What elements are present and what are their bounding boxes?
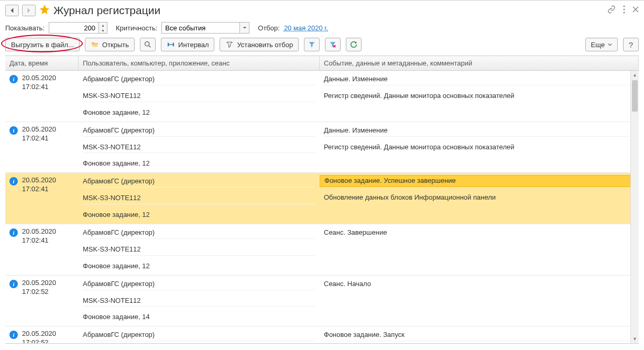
selection-label: Отбор: bbox=[258, 24, 280, 32]
vertical-scrollbar[interactable]: ▲ ▼ bbox=[630, 71, 639, 343]
arrow-left-icon bbox=[9, 7, 15, 14]
scroll-thumb[interactable] bbox=[632, 80, 638, 112]
event-line: Регистр сведений. Данные монитора основн… bbox=[324, 91, 635, 102]
chevron-down-icon bbox=[608, 42, 612, 47]
cell-event: Данные. ИзменениеРегистр сведений. Данны… bbox=[320, 74, 639, 118]
user-line: АбрамовГС (директор) bbox=[83, 330, 315, 341]
magnifier-button[interactable] bbox=[140, 38, 156, 51]
log-table: Дата, время Пользователь, компьютер, при… bbox=[5, 56, 639, 344]
open-button[interactable]: Открыть bbox=[85, 38, 135, 51]
user-line: Фоновое задание, 14 bbox=[83, 312, 315, 323]
scroll-down-arrow[interactable]: ▼ bbox=[631, 335, 639, 343]
funnel-icon bbox=[308, 40, 316, 49]
cell-user: АбрамовГС (директор)MSK-S3-NOTE112Фоново… bbox=[79, 279, 320, 323]
table-header: Дата, время Пользователь, компьютер, при… bbox=[5, 56, 639, 71]
info-icon: i bbox=[9, 177, 18, 185]
event-line: Фоновое задание. Успешное завершение bbox=[320, 175, 639, 187]
user-line: Фоновое задание, 12 bbox=[83, 210, 315, 221]
row-date: 20.05.2020 bbox=[22, 227, 56, 236]
filter-by-value-button[interactable] bbox=[304, 38, 320, 51]
nav-forward-button[interactable] bbox=[22, 5, 36, 16]
table-row[interactable]: i20.05.202017:02:41АбрамовГС (директор)M… bbox=[5, 173, 639, 224]
row-time: 17:02:41 bbox=[22, 83, 56, 92]
show-count-spinner[interactable]: ▲▼ bbox=[99, 22, 107, 34]
severity-dropdown-button[interactable] bbox=[240, 22, 249, 34]
cell-event: Сеанс. Начало bbox=[320, 279, 639, 323]
scroll-up-arrow[interactable]: ▲ bbox=[631, 71, 639, 79]
show-label: Показывать: bbox=[5, 24, 45, 32]
cell-user: АбрамовГС (директор)MSK-S3-NOTE112Фоново… bbox=[79, 125, 320, 170]
interval-label: Интервал bbox=[178, 41, 209, 49]
user-line: MSK-S3-NOTE112 bbox=[83, 244, 315, 256]
cell-user: АбрамовГС (директор)MSK-S3-NOTE112Фоново… bbox=[79, 74, 320, 118]
export-label: Выгрузить в файл... bbox=[11, 41, 74, 49]
help-icon: ? bbox=[629, 40, 633, 49]
interval-icon bbox=[167, 40, 175, 49]
header-event[interactable]: Событие, данные и метаданные, комментари… bbox=[320, 56, 639, 70]
info-icon: i bbox=[9, 280, 18, 288]
row-time: 17:02:41 bbox=[22, 185, 56, 194]
cell-user: АбрамовГС (директор)MSK-S3-NOTE112Фоново… bbox=[79, 176, 320, 221]
user-line: MSK-S3-NOTE112 bbox=[83, 193, 315, 204]
close-icon[interactable] bbox=[632, 6, 639, 14]
user-line: Фоновое задание, 12 bbox=[83, 107, 315, 118]
set-filter-button[interactable]: Установить отбор bbox=[220, 38, 299, 51]
interval-button[interactable]: Интервал bbox=[161, 38, 214, 51]
export-button[interactable]: Выгрузить в файл... bbox=[5, 38, 80, 51]
event-line: Фоновое задание. Запуск bbox=[324, 330, 635, 341]
row-time: 17:02:52 bbox=[22, 288, 56, 297]
table-row[interactable]: i20.05.202017:02:41АбрамовГС (директор)M… bbox=[5, 224, 639, 276]
event-line: Сеанс. Завершение bbox=[324, 227, 635, 238]
magnifier-icon bbox=[144, 40, 152, 49]
table-row[interactable]: i20.05.202017:02:41АбрамовГС (директор)M… bbox=[5, 71, 639, 122]
set-filter-label: Установить отбор bbox=[237, 41, 293, 49]
event-line: Регистр сведений. Данные монитора основн… bbox=[324, 142, 635, 153]
help-button[interactable]: ? bbox=[623, 38, 639, 51]
row-date: 20.05.2020 bbox=[22, 125, 56, 134]
kebab-menu-icon[interactable] bbox=[623, 5, 625, 15]
severity-select[interactable] bbox=[161, 22, 240, 34]
row-date: 20.05.2020 bbox=[22, 330, 56, 338]
page-title: Журнал регистрации bbox=[53, 4, 160, 17]
funnel-clear-icon bbox=[329, 40, 337, 49]
selection-date-link[interactable]: 20 мая 2020 г. bbox=[284, 24, 328, 32]
link-icon[interactable] bbox=[607, 5, 616, 15]
svg-point-2 bbox=[624, 12, 625, 14]
event-line: Данные. Изменение bbox=[324, 125, 635, 137]
refresh-icon bbox=[350, 40, 358, 49]
more-button[interactable]: Еще bbox=[585, 38, 618, 51]
header-user[interactable]: Пользователь, компьютер, приложение, сеа… bbox=[79, 56, 320, 70]
table-row[interactable]: i20.05.202017:02:52АбрамовГС (директор)M… bbox=[5, 276, 639, 327]
row-date: 20.05.2020 bbox=[22, 176, 56, 185]
info-icon: i bbox=[9, 228, 18, 237]
svg-point-3 bbox=[145, 42, 149, 46]
cell-datetime: i20.05.202017:02:52 bbox=[5, 279, 79, 323]
cell-user: АбрамовГС (директор)MSK-S3-NOTE112Фоново… bbox=[79, 330, 320, 343]
user-line: MSK-S3-NOTE112 bbox=[83, 296, 315, 307]
show-count-input[interactable] bbox=[49, 22, 99, 34]
cell-event: Сеанс. Завершение bbox=[320, 227, 639, 272]
user-line: MSK-S3-NOTE112 bbox=[83, 142, 315, 154]
user-line: Фоновое задание, 12 bbox=[83, 158, 315, 169]
cell-datetime: i20.05.202017:02:41 bbox=[5, 176, 79, 221]
user-line: MSK-S3-NOTE112 bbox=[83, 91, 315, 102]
row-time: 17:02:41 bbox=[22, 134, 56, 143]
cell-datetime: i20.05.202017:02:41 bbox=[5, 227, 79, 272]
table-row[interactable]: i20.05.202017:02:52АбрамовГС (директор)M… bbox=[5, 326, 639, 343]
arrow-right-icon bbox=[26, 7, 32, 14]
cell-user: АбрамовГС (директор)MSK-S3-NOTE112Фоново… bbox=[79, 227, 320, 272]
cell-event: Фоновое задание. Успешное завершениеОбно… bbox=[320, 176, 639, 221]
favorite-star-icon[interactable] bbox=[39, 4, 50, 17]
refresh-button[interactable] bbox=[346, 38, 362, 51]
info-icon: i bbox=[9, 75, 18, 83]
user-line: АбрамовГС (директор) bbox=[83, 125, 315, 137]
user-line: АбрамовГС (директор) bbox=[83, 74, 315, 85]
header-datetime[interactable]: Дата, время bbox=[5, 56, 79, 70]
table-row[interactable]: i20.05.202017:02:41АбрамовГС (директор)M… bbox=[5, 122, 639, 173]
clear-filter-button[interactable] bbox=[325, 38, 341, 51]
folder-open-icon bbox=[91, 40, 99, 49]
filter-edit-icon bbox=[225, 40, 234, 49]
nav-back-button[interactable] bbox=[5, 5, 19, 16]
user-line: Фоновое задание, 12 bbox=[83, 261, 315, 272]
cell-event: Фоновое задание. ЗапускОбновление журнал… bbox=[320, 330, 639, 343]
